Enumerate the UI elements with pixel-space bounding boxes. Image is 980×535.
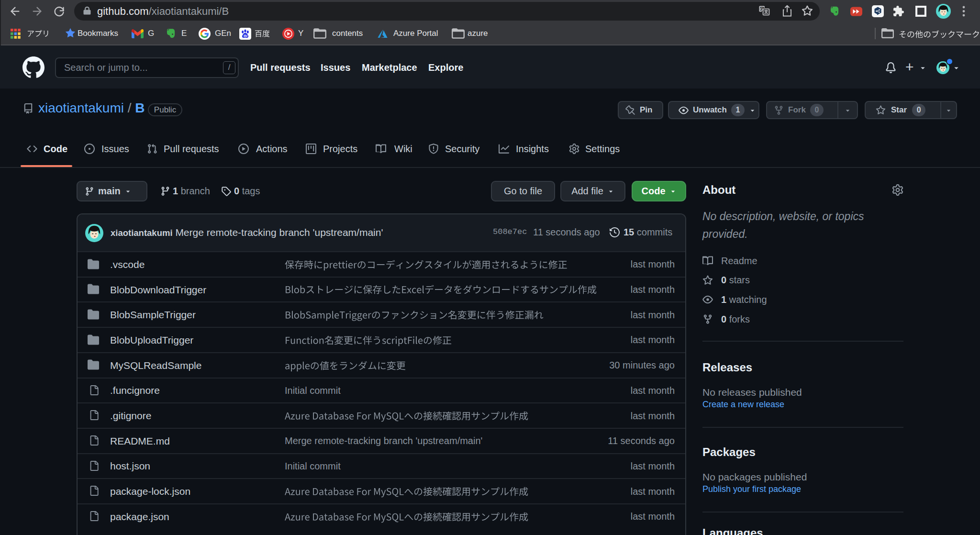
svg-text:du: du [244, 34, 247, 37]
